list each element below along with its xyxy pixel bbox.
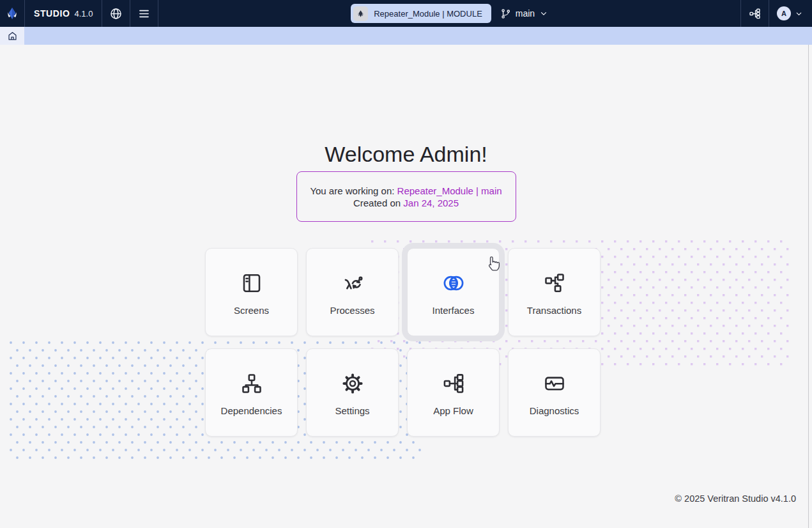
card-settings[interactable]: Settings — [306, 348, 399, 437]
working-on-value: Repeater_Module | main — [397, 185, 502, 196]
module-icon-box — [353, 6, 368, 21]
brand-name: STUDIO — [34, 8, 70, 19]
module-card-grid: Screens Processes Interfaces — [205, 248, 601, 437]
navbar-right: A — [740, 0, 812, 27]
card-processes[interactable]: Processes — [306, 248, 399, 336]
breadcrumb-bar — [0, 27, 812, 45]
branch-name: main — [516, 8, 535, 19]
breadcrumb-strip — [24, 27, 812, 45]
card-label: Dependencies — [221, 405, 282, 416]
veritran-logo[interactable] — [0, 0, 24, 27]
home-button[interactable] — [0, 27, 24, 45]
card-diagnostics[interactable]: Diagnostics — [508, 348, 601, 437]
globe-icon — [109, 7, 123, 20]
transactions-icon — [543, 272, 566, 295]
dependencies-icon — [240, 372, 263, 395]
created-on-value: Jan 24, 2025 — [403, 198, 459, 208]
card-screens[interactable]: Screens — [205, 248, 298, 336]
window-edge-line — [808, 45, 809, 528]
globe-button[interactable] — [102, 0, 130, 27]
top-navbar: STUDIO 4.1.0 Repeater_Module | MODULE — [0, 0, 812, 27]
settings-icon — [341, 372, 364, 395]
card-label: Transactions — [527, 305, 581, 316]
app-flow-nav-button[interactable] — [741, 0, 769, 27]
card-label: Interfaces — [433, 305, 475, 316]
interfaces-icon — [442, 272, 465, 295]
user-menu[interactable]: A — [769, 6, 812, 20]
screens-icon — [240, 272, 263, 295]
card-label: Diagnostics — [530, 405, 579, 416]
working-on-box: You are working on: Repeater_Module | ma… — [296, 171, 516, 222]
active-module-label: Repeater_Module | MODULE — [374, 9, 482, 19]
card-dependencies[interactable]: Dependencies — [205, 348, 298, 437]
page-title: Welcome Admin! — [0, 142, 812, 167]
chevron-down-icon — [795, 10, 803, 18]
card-transactions[interactable]: Transactions — [508, 248, 601, 336]
created-on-prefix: Created on — [353, 198, 403, 208]
navbar-center: Repeater_Module | MODULE main — [158, 4, 740, 23]
module-gem-icon — [356, 10, 365, 18]
brand: STUDIO 4.1.0 — [25, 0, 102, 27]
card-label: Settings — [335, 405, 369, 416]
working-on-line: You are working on: Repeater_Module | ma… — [310, 185, 502, 196]
main-menu-button[interactable] — [130, 0, 158, 27]
active-module-selector[interactable]: Repeater_Module | MODULE — [351, 4, 491, 23]
diagnostics-icon — [543, 372, 566, 395]
card-label: App Flow — [433, 405, 473, 416]
veritran-logo-icon — [5, 6, 19, 20]
avatar: A — [777, 6, 791, 20]
card-label: Processes — [330, 305, 374, 316]
working-on-prefix: You are working on: — [310, 185, 397, 196]
card-interfaces[interactable]: Interfaces — [407, 248, 500, 336]
card-app-flow[interactable]: App Flow — [407, 348, 500, 437]
hamburger-menu-icon — [137, 7, 151, 20]
git-branch-icon — [500, 8, 511, 19]
card-label: Screens — [234, 305, 269, 316]
created-on-line: Created on Jan 24, 2025 — [353, 198, 459, 208]
app-flow-icon — [749, 8, 761, 20]
chevron-down-icon — [539, 9, 548, 18]
brand-version: 4.1.0 — [75, 9, 93, 19]
copyright-note: © 2025 Veritran Studio v4.1.0 — [675, 493, 796, 504]
app-flow-icon — [442, 372, 465, 395]
home-icon — [7, 31, 18, 42]
branch-selector[interactable]: main — [500, 8, 548, 19]
processes-icon — [341, 272, 364, 295]
